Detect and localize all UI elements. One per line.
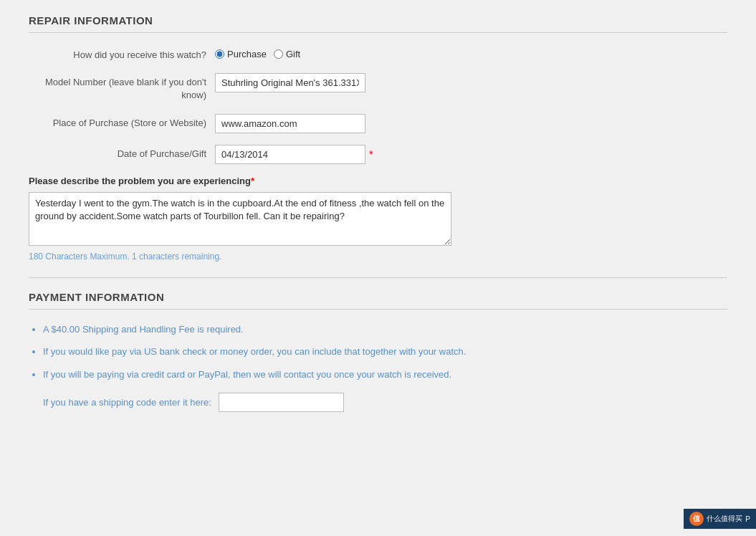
payment-bullet-2: If you would like pay via US bank check … bbox=[43, 345, 727, 359]
problem-label-text: Please describe the problem you are expe… bbox=[29, 176, 251, 186]
place-purchase-field bbox=[215, 114, 502, 133]
payment-bullet-2-text: If you would like pay via US bank check … bbox=[43, 346, 466, 357]
problem-label: Please describe the problem you are expe… bbox=[29, 176, 727, 186]
date-purchase-field: * bbox=[215, 145, 502, 164]
place-purchase-label: Place of Purchase (Store or Website) bbox=[29, 114, 215, 130]
shipping-code-row: If you have a shipping code enter it her… bbox=[43, 393, 727, 412]
char-count: 180 Characters Maximum. 1 characters rem… bbox=[29, 252, 727, 262]
receive-watch-label: How did you receive this watch? bbox=[29, 46, 215, 62]
receive-watch-row: How did you receive this watch? Purchase… bbox=[29, 46, 727, 62]
shipping-code-label: If you have a shipping code enter it her… bbox=[43, 397, 211, 408]
watermark-icon: 值 bbox=[689, 512, 704, 526]
payment-bullet-1-text: A $40.00 Shipping and Handling Fee is re… bbox=[43, 324, 244, 335]
place-purchase-row: Place of Purchase (Store or Website) bbox=[29, 114, 727, 133]
payment-section-title: PAYMENT INFORMATION bbox=[29, 291, 727, 310]
purchase-radio-text: Purchase bbox=[227, 49, 267, 59]
model-number-input[interactable] bbox=[215, 73, 365, 92]
problem-required-star: * bbox=[251, 176, 254, 186]
repair-section: REPAIR INFORMATION How did you receive t… bbox=[29, 14, 727, 262]
model-number-label: Model Number (leave blank if you don't k… bbox=[29, 73, 215, 102]
payment-bullet-3-text: If you will be paying via credit card or… bbox=[43, 369, 451, 380]
receive-watch-field: Purchase Gift bbox=[215, 46, 502, 59]
watermark-text: 什么值得买 bbox=[707, 514, 742, 524]
payment-section: PAYMENT INFORMATION A $40.00 Shipping an… bbox=[29, 291, 727, 413]
receive-watch-radio-group: Purchase Gift bbox=[215, 46, 502, 59]
date-purchase-input[interactable] bbox=[215, 145, 365, 164]
purchase-radio[interactable] bbox=[215, 49, 224, 59]
gift-radio-text: Gift bbox=[286, 49, 300, 59]
model-number-row: Model Number (leave blank if you don't k… bbox=[29, 73, 727, 102]
model-number-field bbox=[215, 73, 502, 92]
purchase-radio-label[interactable]: Purchase bbox=[215, 49, 267, 59]
payment-bullet-3: If you will be paying via credit card or… bbox=[43, 368, 727, 382]
date-input-wrapper: * bbox=[215, 145, 502, 164]
problem-textarea[interactable]: Yesterday I went to the gym.The watch is… bbox=[29, 192, 451, 246]
gift-radio[interactable] bbox=[274, 49, 283, 59]
problem-section: Please describe the problem you are expe… bbox=[29, 176, 727, 262]
page-container: REPAIR INFORMATION How did you receive t… bbox=[0, 0, 756, 536]
repair-section-title: REPAIR INFORMATION bbox=[29, 14, 727, 33]
watermark: 值 什么值得买 P bbox=[684, 509, 756, 529]
section-divider bbox=[29, 277, 727, 278]
gift-radio-label[interactable]: Gift bbox=[274, 49, 300, 59]
payment-bullet-list: A $40.00 Shipping and Handling Fee is re… bbox=[43, 322, 727, 382]
place-purchase-input[interactable] bbox=[215, 114, 365, 133]
date-purchase-row: Date of Purchase/Gift * bbox=[29, 145, 727, 164]
payment-bullet-1: A $40.00 Shipping and Handling Fee is re… bbox=[43, 322, 727, 337]
date-purchase-label: Date of Purchase/Gift bbox=[29, 145, 215, 161]
watermark-suffix: P bbox=[745, 515, 750, 523]
shipping-code-input[interactable] bbox=[219, 393, 344, 412]
date-required-star: * bbox=[369, 148, 373, 160]
